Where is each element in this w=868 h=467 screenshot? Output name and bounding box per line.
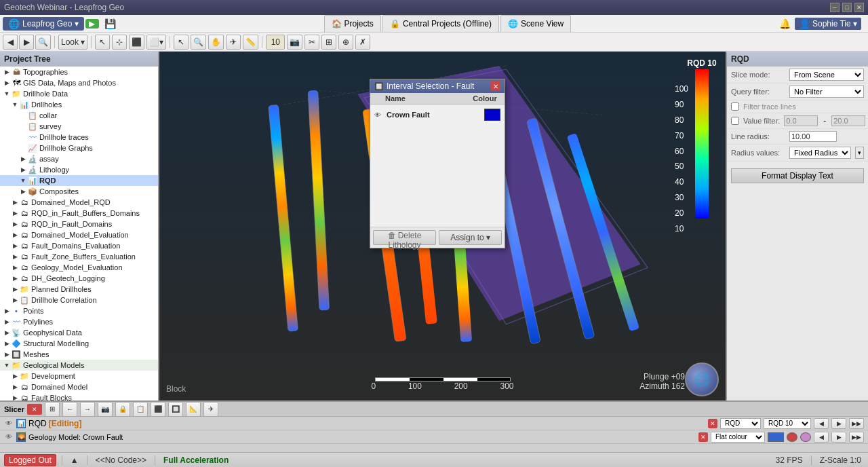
tree-item-polylines[interactable]: ▶ 〰 Polylines	[0, 316, 158, 327]
save-button[interactable]: 💾	[100, 18, 120, 29]
format-display-btn[interactable]: Format Display Text	[731, 168, 864, 183]
tree-item-dom-eval[interactable]: ▶ 🗂 Domained_Model_Evaluation	[0, 229, 158, 240]
tree-item-planned-dh[interactable]: ▶ 📁 Planned Drillholes	[0, 284, 158, 295]
crop-btn[interactable]: ✂	[304, 35, 319, 50]
colour-swatch-red[interactable]	[787, 432, 797, 442]
select-box-tool[interactable]: ⬜▾	[146, 35, 166, 50]
slicer-tool-6[interactable]: 📋	[133, 402, 148, 417]
tree-item-development[interactable]: ▶ 📁 Development	[0, 371, 158, 381]
geology-dropdown[interactable]: Flat colour	[711, 432, 765, 443]
tree-item-lithology[interactable]: ▶ 🔬 Lithology	[0, 164, 158, 175]
pan-tool[interactable]: ✋	[208, 35, 224, 50]
logged-out-btn[interactable]: Logged Out	[4, 454, 56, 466]
tree-search-button[interactable]: 🔍	[35, 35, 51, 50]
slice-mode-dropdown[interactable]: From Scene	[789, 69, 864, 81]
viewport[interactable]: 🔲 Interval Selection - Fault ✕ Name Colo…	[159, 52, 726, 400]
radius-dropdown-btn[interactable]: ▾	[855, 147, 864, 159]
tab-sceneview[interactable]: 🌐 Scene View	[500, 15, 571, 32]
slicer-tool-9[interactable]: 📐	[186, 402, 201, 417]
slicer-close-btn[interactable]: ✕	[27, 404, 42, 415]
tree-item-domained-model-rqd[interactable]: ▶ 🗂 Domained_Model_RQD	[0, 197, 158, 208]
maximize-button[interactable]: □	[842, 3, 852, 12]
tree-item-drillholes[interactable]: ▼ 📊 Drillholes	[0, 99, 158, 110]
geology-play-btn[interactable]: ▶▶	[849, 432, 864, 443]
slicer-tool-1[interactable]: ⊞	[45, 402, 60, 417]
look-button[interactable]: Look ▾	[58, 35, 87, 50]
tree-item-fault-zone-buf-eval[interactable]: ▶ 🗂 Fault_Zone_Buffers_Evaluation	[0, 251, 158, 262]
tree-item-dh-traces[interactable]: 〰 Drillhole traces	[0, 132, 158, 143]
tree-item-fault-domains-eval[interactable]: ▶ 🗂 Fault_Domains_Evaluation	[0, 240, 158, 251]
rqd-prev-btn[interactable]: ◀	[814, 418, 829, 429]
tree-item-survey[interactable]: 📋 survey	[0, 121, 158, 132]
tree-item-geology-model-eval[interactable]: ▶ 🗂 Geology_Model_Evaluation	[0, 262, 158, 273]
value-filter-checkbox[interactable]	[731, 117, 739, 125]
close-button[interactable]: ✕	[854, 3, 864, 12]
grid-btn[interactable]: ⊞	[321, 35, 336, 50]
geology-next-btn[interactable]: ▶	[831, 432, 846, 443]
slicer-tool-3[interactable]: →	[80, 402, 95, 417]
zoom-tool[interactable]: 🔍	[191, 35, 206, 50]
rqd-play-btn[interactable]: ▶▶	[849, 418, 864, 429]
radius-values-dropdown[interactable]: Fixed Radius	[789, 147, 851, 159]
slicer-tool-5[interactable]: 🔒	[115, 402, 130, 417]
rqd-input-btn[interactable]: 10	[266, 35, 285, 50]
notification-icon[interactable]: 🔔	[779, 18, 791, 29]
tree-item-rqd-fault-buffers[interactable]: ▶ 🗂 RQD_in_Fault_Buffers_Domains	[0, 208, 158, 219]
play-button[interactable]: ▶	[85, 19, 99, 29]
geology-row-eye[interactable]: 👁	[4, 432, 14, 442]
interval-row-crown-fault[interactable]: 👁 Crown Fault	[373, 107, 502, 122]
line-radius-input[interactable]	[789, 131, 837, 142]
tree-item-gis[interactable]: ▶ 🗺 GIS Data, Maps and Photos	[0, 77, 158, 88]
slicer-tool-4[interactable]: 📷	[98, 402, 113, 417]
orbit-tool[interactable]: ↖	[174, 35, 189, 50]
select-tool[interactable]: ↖	[95, 35, 110, 50]
tree-item-points[interactable]: ▶ • Points	[0, 305, 158, 316]
interval-dialog-close-button[interactable]: ✕	[491, 81, 500, 91]
tree-item-drillhole-data[interactable]: ▼ 📁 Drillhole Data	[0, 88, 158, 99]
reset-btn[interactable]: ✗	[355, 35, 370, 50]
value-filter-max[interactable]	[831, 115, 865, 126]
tree-item-composites[interactable]: ▶ 📦 Composites	[0, 186, 158, 197]
rqd-dropdown-2[interactable]: RQD 10	[764, 418, 811, 429]
leapfrog-menu[interactable]: 🌐 Leapfrog Geo ▾	[3, 17, 84, 31]
slicer-tool-10[interactable]: ✈	[203, 402, 218, 417]
point-tool[interactable]: ⊹	[112, 35, 127, 50]
tree-item-rqd-fault-domains[interactable]: ▶ 🗂 RQD_in_Fault_Domains	[0, 219, 158, 229]
rqd-row-close[interactable]: ✕	[708, 419, 717, 428]
tree-item-meshes[interactable]: ▶ 🔲 Meshes	[0, 349, 158, 360]
tree-item-structural[interactable]: ▶ 🔷 Structural Modelling	[0, 338, 158, 349]
delete-lithology-button[interactable]: 🗑 Delete Lithology	[373, 230, 436, 245]
tree-back-button[interactable]: ◀	[3, 35, 18, 50]
geology-row-close[interactable]: ✕	[698, 432, 708, 442]
geology-prev-btn[interactable]: ◀	[814, 432, 829, 443]
minimize-button[interactable]: ─	[830, 3, 840, 12]
slicer-tool-7[interactable]: ⬛	[151, 402, 165, 417]
filter-trace-checkbox[interactable]	[731, 102, 739, 111]
rqd-row-eye[interactable]: 👁	[4, 419, 14, 428]
rqd-dropdown-1[interactable]: RQD	[720, 418, 761, 429]
assign-to-button[interactable]: Assign to ▾	[439, 230, 502, 245]
query-filter-dropdown[interactable]: No Filter	[789, 86, 864, 98]
tree-item-dh-graphs[interactable]: 📈 Drillhole Graphs	[0, 143, 158, 153]
tree-item-rqd[interactable]: ▼ 📊 RQD	[0, 175, 158, 186]
rqd-vis-icon[interactable]: 📊	[16, 419, 26, 428]
crosshair-btn[interactable]: ⊕	[338, 35, 353, 50]
orientation-globe[interactable]: 🌐	[685, 362, 719, 396]
tree-item-geological-models[interactable]: ▼ 📁 Geological Models	[0, 360, 158, 371]
colour-swatch-pink[interactable]	[800, 432, 811, 442]
tree-fwd-button[interactable]: ▶	[19, 35, 34, 50]
slicer-tool-2[interactable]: ←	[62, 402, 77, 417]
tree-item-geophysical[interactable]: ▶ 📡 Geophysical Data	[0, 327, 158, 338]
tree-item-topographies[interactable]: ▶ 🏔 Topographies	[0, 67, 158, 77]
user-menu[interactable]: 👤 Sophie Tie ▾	[795, 18, 861, 30]
tree-item-domained-model[interactable]: ▶ 🗂 Domained Model	[0, 381, 158, 392]
geology-vis-icon[interactable]: 🌄	[16, 432, 26, 442]
tree-item-assay[interactable]: ▶ 🔬 assay	[0, 153, 158, 164]
camera-btn[interactable]: 📷	[287, 35, 302, 50]
colour-swatch-blue[interactable]	[768, 432, 784, 442]
fly-tool[interactable]: ✈	[226, 35, 241, 50]
tree-item-dh-geotech[interactable]: ▶ 🗂 DH_Geotech_Logging	[0, 273, 158, 284]
tree-item-collar[interactable]: 📋 collar	[0, 110, 158, 121]
measure-tool[interactable]: 📏	[243, 35, 258, 50]
box-tool[interactable]: ⬛	[129, 35, 144, 50]
